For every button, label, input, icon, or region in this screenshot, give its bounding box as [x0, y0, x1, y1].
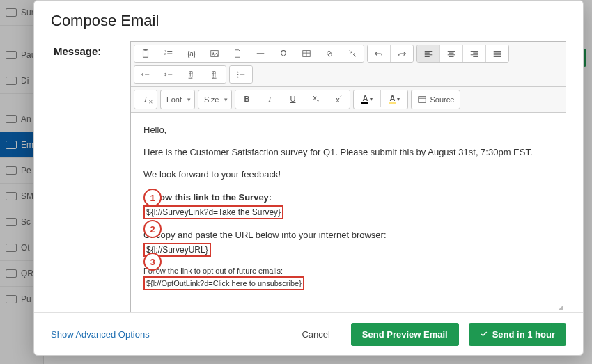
check-icon: [480, 330, 488, 338]
annotation-circle-2: 2: [143, 220, 162, 238]
modal-title: Compose Email: [51, 12, 566, 30]
redo-icon: [397, 49, 407, 58]
font-select[interactable]: Font: [160, 90, 195, 109]
italic-button[interactable]: I: [258, 90, 281, 107]
compose-email-modal: Compose Email Message: 12 {a} Ω: [33, 0, 584, 356]
indent-icon: [164, 70, 173, 79]
source-button-label: Source: [430, 95, 454, 104]
superscript-icon: x²: [336, 94, 341, 104]
subscript-icon: x₂: [313, 93, 319, 104]
align-justify-icon: [492, 49, 502, 58]
modal-body: Message: 12 {a} Ω: [34, 38, 583, 313]
svg-rect-1: [144, 49, 147, 51]
svg-rect-10: [419, 97, 426, 103]
size-select-label: Size: [204, 95, 219, 104]
superscript-button[interactable]: x²: [327, 90, 350, 107]
file-button[interactable]: [226, 45, 249, 62]
undo-icon: [374, 49, 384, 58]
content-greeting: Hello,: [143, 124, 553, 136]
svg-point-8: [237, 74, 239, 75]
omega-icon: Ω: [281, 49, 287, 58]
ltr-button[interactable]: [180, 66, 203, 83]
piped-survey-link[interactable]: ${l://SurveyLink?d=Take the Survey}: [143, 205, 283, 219]
message-label: Message:: [54, 41, 130, 313]
image-button[interactable]: [203, 45, 226, 62]
content-body-1: Here is the Customer Satisfaction survey…: [143, 146, 553, 159]
bullet-list-button[interactable]: [230, 66, 252, 83]
link-button[interactable]: [318, 45, 341, 62]
subscript-button[interactable]: x₂: [304, 90, 327, 107]
special-char-button[interactable]: Ω: [272, 45, 295, 62]
rtl-button[interactable]: [203, 66, 226, 83]
list-ol-icon: 12: [164, 49, 173, 58]
modal-footer: Show Advanced Options Cancel Send Previe…: [34, 312, 583, 355]
opt-out-label: Follow the link to opt out of future ema…: [143, 267, 553, 275]
ltr-icon: [187, 70, 196, 79]
align-center-button[interactable]: [440, 45, 463, 62]
editor-content[interactable]: Hello, Here is the Customer Satisfaction…: [131, 113, 566, 312]
indent-button[interactable]: [157, 66, 180, 83]
align-right-icon: [469, 49, 479, 58]
copy-url-header: Or copy and paste the URL below into you…: [143, 229, 553, 242]
text-color-icon: A: [361, 94, 368, 104]
list-ul-icon: [236, 70, 246, 79]
undo-button[interactable]: [368, 45, 391, 62]
italic-icon: I: [269, 95, 272, 103]
image-icon: [210, 49, 219, 58]
size-select[interactable]: Size: [198, 90, 232, 109]
svg-text:2: 2: [164, 52, 166, 56]
align-justify-button[interactable]: [486, 45, 508, 62]
bg-color-button[interactable]: A▾: [381, 90, 407, 107]
modal-header: Compose Email: [34, 1, 583, 35]
bold-icon: B: [244, 95, 249, 103]
align-right-button[interactable]: [463, 45, 486, 62]
remove-format-icon: I✕: [144, 95, 147, 103]
hr-icon: [256, 49, 265, 58]
svg-rect-0: [143, 50, 148, 58]
numbered-list-button[interactable]: 12: [157, 45, 180, 62]
align-left-icon: [423, 49, 433, 58]
annotation-circle-1: 1: [143, 189, 162, 207]
rich-text-editor: 12 {a} Ω: [130, 41, 566, 313]
editor-toolbar-row-2: I✕ Font Size B I U x₂ x² A▾ A▾: [131, 87, 566, 113]
survey-link-header: Follow this link to the Survey:: [143, 191, 553, 204]
paste-button[interactable]: [134, 45, 157, 62]
send-preview-button[interactable]: Send Preview Email: [351, 323, 459, 346]
piped-text-button[interactable]: {a}: [180, 45, 203, 62]
svg-point-7: [237, 72, 239, 73]
font-select-label: Font: [166, 95, 182, 104]
source-button[interactable]: Source: [411, 90, 460, 109]
rtl-icon: [210, 70, 219, 79]
cancel-button[interactable]: Cancel: [290, 323, 341, 346]
link-icon: [325, 49, 334, 58]
underline-button[interactable]: U: [281, 90, 304, 107]
text-color-button[interactable]: A▾: [354, 90, 381, 107]
redo-button[interactable]: [391, 45, 413, 62]
remove-format-button[interactable]: I✕: [134, 90, 157, 107]
piped-opt-out-link[interactable]: ${l://OptOutLink?d=Click here to unsubsc…: [143, 276, 304, 290]
bold-button[interactable]: B: [235, 90, 258, 107]
unlink-button[interactable]: [341, 45, 364, 62]
align-center-icon: [446, 49, 456, 58]
unlink-icon: [348, 49, 357, 58]
file-icon: [233, 49, 242, 58]
resize-handle[interactable]: [556, 303, 564, 311]
table-icon: [302, 49, 311, 58]
svg-point-9: [237, 77, 239, 78]
send-button[interactable]: Send in 1 hour: [469, 323, 566, 346]
align-left-button[interactable]: [417, 45, 440, 62]
annotation-circle-3: 3: [143, 253, 162, 271]
editor-toolbar-row-1: 12 {a} Ω: [131, 42, 566, 87]
underline-icon: U: [290, 95, 295, 103]
page-root: Survey Pau Di An Em Pe SM Sc Ot QR Pu Em…: [0, 0, 592, 364]
svg-point-5: [212, 52, 214, 54]
bg-color-icon: A: [389, 94, 396, 104]
outdent-icon: [141, 70, 150, 79]
clipboard-icon: [141, 49, 150, 58]
content-body-2: We look forward to your feedback!: [143, 168, 553, 181]
outdent-button[interactable]: [134, 66, 157, 83]
advanced-options-link[interactable]: Show Advanced Options: [51, 329, 150, 340]
table-button[interactable]: [295, 45, 318, 62]
hr-button[interactable]: [249, 45, 272, 62]
source-icon: [417, 95, 427, 104]
